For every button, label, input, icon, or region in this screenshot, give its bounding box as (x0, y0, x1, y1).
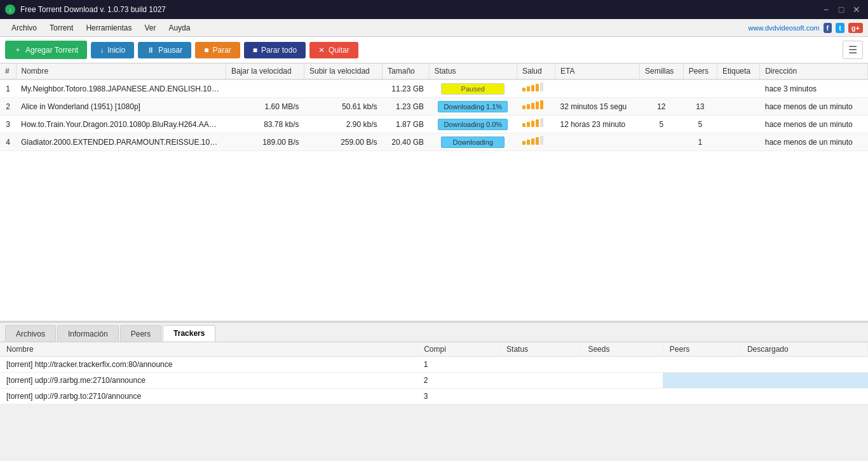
svg-rect-0 (522, 88, 526, 91)
tracker-cell-status (500, 389, 581, 404)
tracker-cell-peers (663, 357, 740, 373)
cell-status: Downloading 1.1% (429, 98, 517, 116)
col-header-eta[interactable]: ETA (555, 63, 640, 79)
tracker-col-peers[interactable]: Peers (663, 342, 740, 357)
tracker-cell-name: [torrent] http://tracker.trackerfix.com:… (0, 357, 417, 373)
googleplus-icon[interactable]: g+ (848, 23, 863, 33)
cell-health (517, 79, 555, 98)
tracker-row[interactable]: [torrent] udp://9.rarbg.me:2710/announce… (0, 373, 868, 389)
cell-ul-speed: 50.61 kb/s (304, 98, 383, 116)
cell-peers: 1 (683, 133, 717, 151)
svg-rect-18 (536, 137, 539, 145)
svg-rect-8 (536, 102, 539, 109)
menu-herramientas[interactable]: Herramientas (79, 21, 138, 35)
svg-rect-1 (527, 86, 530, 91)
table-header-row: # Nombre Bajar la velocidad Subir la vel… (0, 63, 868, 79)
tracker-row[interactable]: [torrent] udp://9.rarbg.to:2710/announce… (0, 389, 868, 404)
svg-rect-2 (531, 85, 534, 91)
menu-ver[interactable]: Ver (138, 21, 162, 35)
col-header-dir[interactable]: Dirección (760, 63, 868, 79)
website-link[interactable]: www.dvdvideosoft.com (749, 24, 820, 32)
stop-icon: ■ (204, 46, 208, 55)
add-torrent-button[interactable]: ＋ Agregar Torrent (5, 41, 87, 59)
start-button[interactable]: ↓ Inicio (91, 42, 134, 58)
add-label: Agregar Torrent (25, 46, 78, 55)
col-header-size[interactable]: Tamaño (383, 63, 429, 79)
tab-trackers[interactable]: Trackers (163, 325, 215, 342)
close-button[interactable]: ✕ (850, 3, 863, 16)
svg-rect-15 (522, 141, 526, 145)
tracker-row[interactable]: [torrent] http://tracker.trackerfix.com:… (0, 357, 868, 373)
table-row[interactable]: 2 Alice in Wonderland (1951) [1080p] 1.6… (0, 98, 868, 116)
stop-button[interactable]: ■ Parar (195, 42, 240, 58)
tracker-cell-seeds (581, 389, 663, 404)
table-row[interactable]: 4 Gladiator.2000.EXTENDED.PARAMOUNT.REIS… (0, 133, 868, 151)
col-header-peers[interactable]: Peers (683, 63, 717, 79)
col-header-label[interactable]: Etiqueta (717, 63, 759, 79)
twitter-icon[interactable]: t (836, 23, 844, 33)
menu-archivo[interactable]: Archivo (5, 21, 43, 35)
tracker-col-seeds[interactable]: Seeds (581, 342, 663, 357)
col-header-seeds[interactable]: Semillas (640, 63, 684, 79)
tracker-cell-name: [torrent] udp://9.rarbg.to:2710/announce (0, 389, 417, 404)
col-header-num[interactable]: # (0, 63, 16, 79)
col-header-dl[interactable]: Bajar la velocidad (226, 63, 304, 79)
menu-auyda[interactable]: Auyda (162, 21, 196, 35)
menu-torrent[interactable]: Torrent (43, 21, 79, 35)
cell-status: Downloading 0.0% (429, 116, 517, 133)
cell-seeds: 5 (640, 116, 684, 133)
cell-num: 1 (0, 79, 16, 98)
torrent-rows: 1 My.Neighbor.Totoro.1988.JAPANESE.AND.E… (0, 79, 868, 151)
tracker-col-downloaded[interactable]: Descargado (740, 342, 867, 357)
tab-archivos[interactable]: Archivos (5, 325, 56, 342)
facebook-icon[interactable]: f (824, 23, 832, 33)
cell-dir: hace menos de un minuto (760, 116, 868, 133)
col-header-health[interactable]: Salud (517, 63, 555, 79)
cell-status: Paused (429, 79, 517, 98)
menu-button[interactable]: ☰ (843, 41, 863, 59)
cell-seeds: 12 (640, 98, 684, 116)
cell-status: Downloading (429, 133, 517, 151)
svg-rect-14 (540, 118, 543, 127)
cell-name: Alice in Wonderland (1951) [1080p] (16, 98, 226, 116)
cell-eta: 12 horas 23 minuto (555, 116, 640, 133)
toolbar: ＋ Agregar Torrent ↓ Inicio ⏸ Pausar ■ Pa… (0, 37, 868, 63)
tracker-table: Nombre Compi Status Seeds Peers Descarga… (0, 342, 868, 404)
tracker-col-name[interactable]: Nombre (0, 342, 417, 357)
cell-ul-speed: 2.90 kb/s (304, 116, 383, 133)
start-icon: ↓ (100, 46, 104, 55)
svg-rect-3 (536, 84, 539, 91)
svg-rect-5 (522, 105, 526, 109)
table-row[interactable]: 3 How.to.Train.Your.Dragon.2010.1080p.Bl… (0, 116, 868, 133)
quit-button[interactable]: ✕ Quitar (309, 42, 358, 58)
minimize-button[interactable]: − (820, 3, 832, 16)
tracker-cell-peers (663, 389, 740, 404)
cell-health (517, 133, 555, 151)
tab-informacion[interactable]: Información (57, 325, 119, 342)
svg-rect-9 (540, 100, 543, 109)
tracker-col-status[interactable]: Status (500, 342, 581, 357)
cell-label (717, 116, 759, 133)
cell-name: Gladiator.2000.EXTENDED.PARAMOUNT.REISSU… (16, 133, 226, 151)
cell-health (517, 116, 555, 133)
tab-peers[interactable]: Peers (120, 325, 161, 342)
tracker-cell-peers (663, 373, 740, 389)
cell-seeds (640, 133, 684, 151)
cell-ul-speed (304, 79, 383, 98)
col-header-name[interactable]: Nombre (16, 63, 226, 79)
maximize-button[interactable]: □ (835, 3, 848, 16)
col-header-ul[interactable]: Subir la velocidad (304, 63, 383, 79)
tracker-rows: [torrent] http://tracker.trackerfix.com:… (0, 357, 868, 404)
cell-size: 11.23 GB (383, 79, 429, 98)
tracker-col-compi[interactable]: Compi (417, 342, 500, 357)
table-row[interactable]: 1 My.Neighbor.Totoro.1988.JAPANESE.AND.E… (0, 79, 868, 98)
cell-name: How.to.Train.Your.Dragon.2010.1080p.BluR… (16, 116, 226, 133)
cell-peers: 5 (683, 116, 717, 133)
stop-all-button[interactable]: ■ Parar todo (244, 42, 306, 58)
svg-rect-12 (531, 121, 534, 127)
app-title: Free Torrent Download v. 1.0.73 build 10… (20, 5, 815, 14)
bottom-panel: Archivos Información Peers Trackers Nomb… (0, 321, 868, 461)
pause-button[interactable]: ⏸ Pausar (138, 42, 191, 58)
col-header-status[interactable]: Status (429, 63, 517, 79)
svg-rect-7 (531, 103, 534, 109)
